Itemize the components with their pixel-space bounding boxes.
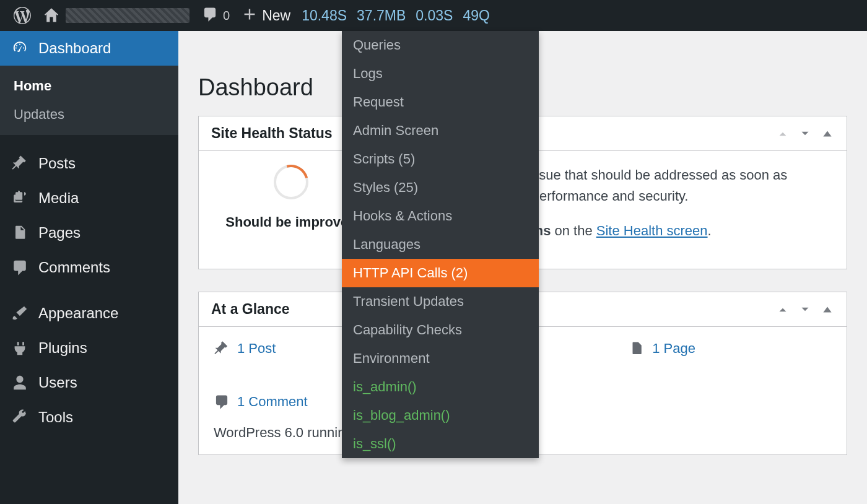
chevron-up-icon[interactable] — [776, 127, 790, 141]
qm-menu-item[interactable]: HTTP API Calls (2) — [342, 259, 539, 287]
comment-icon — [11, 259, 28, 276]
sidebar-item-media[interactable]: Media — [0, 181, 178, 215]
sidebar-item-posts[interactable]: Posts — [0, 146, 178, 181]
sidebar-subitem-updates[interactable]: Updates — [0, 100, 178, 129]
qm-menu-item[interactable]: Queries — [342, 31, 539, 59]
qm-menu-item[interactable]: Languages — [342, 230, 539, 259]
page-icon — [11, 224, 28, 241]
sidebar-item-dashboard[interactable]: Dashboard — [0, 31, 178, 66]
sidebar-item-tools[interactable]: Tools — [0, 400, 178, 435]
wrench-icon — [11, 409, 28, 426]
page-icon — [629, 341, 645, 357]
sidebar-label: Plugins — [38, 339, 87, 357]
admin-sidebar: Dashboard Home Updates Posts Media Pages… — [0, 31, 178, 504]
qm-querycount[interactable]: 49Q — [458, 7, 494, 24]
sidebar-label: Media — [38, 189, 79, 207]
chevron-down-icon[interactable] — [798, 303, 812, 316]
new-content[interactable]: New — [236, 0, 297, 31]
triangle-up-icon[interactable] — [821, 303, 834, 316]
sidebar-label: Appearance — [38, 305, 118, 322]
sidebar-submenu: Home Updates — [0, 66, 178, 135]
new-label: New — [262, 7, 290, 24]
sidebar-label: Posts — [38, 155, 76, 172]
qm-menu-item[interactable]: Styles (25) — [342, 173, 539, 202]
comments-adminbar[interactable]: 0 — [196, 0, 236, 31]
widget-title: At a Glance — [211, 301, 290, 318]
site-health-link[interactable]: Site Health screen — [596, 223, 708, 238]
media-icon — [11, 189, 28, 207]
user-icon — [11, 374, 28, 391]
qm-memory[interactable]: 37.7MB — [352, 7, 411, 24]
qm-dbtime[interactable]: 0.03S — [411, 7, 458, 24]
qm-menu-item[interactable]: is_admin() — [342, 373, 539, 401]
site-health-chart-icon — [274, 165, 308, 199]
chevron-up-icon[interactable] — [776, 303, 790, 316]
home-icon[interactable] — [37, 0, 66, 31]
comment-icon — [202, 6, 218, 25]
sidebar-label: Comments — [38, 259, 110, 276]
site-name-blurred[interactable] — [66, 8, 190, 23]
triangle-up-icon[interactable] — [821, 127, 834, 141]
sidebar-label: Users — [38, 374, 77, 391]
qm-menu-item[interactable]: Transient Updates — [342, 287, 539, 316]
sidebar-item-appearance[interactable]: Appearance — [0, 296, 178, 331]
sidebar-label: Pages — [38, 224, 81, 241]
wp-logo-icon[interactable] — [7, 0, 37, 31]
qm-menu-item[interactable]: is_blog_admin() — [342, 401, 539, 430]
pin-icon — [11, 155, 28, 172]
qm-menu-item[interactable]: Scripts (5) — [342, 145, 539, 173]
qm-menu-item[interactable]: Capability Checks — [342, 316, 539, 344]
sidebar-item-pages[interactable]: Pages — [0, 215, 178, 250]
qm-menu-item[interactable]: Admin Screen — [342, 116, 539, 145]
plug-icon — [11, 339, 28, 357]
sidebar-item-plugins[interactable]: Plugins — [0, 331, 178, 365]
sidebar-item-comments[interactable]: Comments — [0, 250, 178, 285]
glance-pages[interactable]: 1 Page — [629, 341, 695, 357]
qm-time[interactable]: 10.48S — [297, 7, 352, 24]
sidebar-label: Tools — [38, 409, 73, 426]
qm-menu-item[interactable]: Environment — [342, 344, 539, 373]
comment-icon — [214, 394, 230, 410]
query-monitor-dropdown: QueriesLogsRequestAdmin ScreenScripts (5… — [342, 31, 539, 458]
qm-menu-item[interactable]: Hooks & Actions — [342, 202, 539, 230]
admin-toolbar: 0 New 10.48S 37.7MB 0.03S 49Q — [0, 0, 867, 31]
qm-menu-item[interactable]: Request — [342, 88, 539, 116]
comment-count: 0 — [223, 9, 230, 23]
qm-menu-item[interactable]: is_ssl() — [342, 430, 539, 458]
sidebar-label: Dashboard — [38, 40, 111, 57]
pin-icon — [214, 341, 230, 357]
sidebar-subitem-home[interactable]: Home — [0, 72, 178, 100]
brush-icon — [11, 305, 28, 322]
qm-menu-item[interactable]: Logs — [342, 59, 539, 88]
glance-posts[interactable]: 1 Post — [214, 341, 276, 357]
chevron-down-icon[interactable] — [798, 127, 812, 141]
plus-icon — [242, 7, 257, 25]
widget-title: Site Health Status — [211, 125, 333, 142]
gauge-icon — [11, 40, 28, 57]
sidebar-item-users[interactable]: Users — [0, 365, 178, 400]
